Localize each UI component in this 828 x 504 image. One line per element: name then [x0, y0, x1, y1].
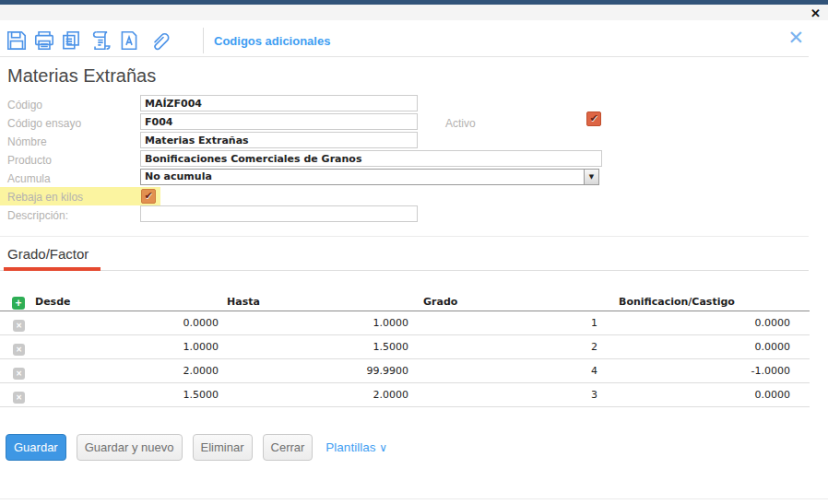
cell-hasta[interactable]: 1.5000	[223, 341, 420, 353]
cell-hasta[interactable]: 2.0000	[223, 389, 420, 401]
section-separator	[0, 270, 809, 271]
descripcion-input[interactable]	[140, 205, 418, 222]
cell-grado[interactable]: 4	[420, 365, 615, 377]
add-row-button[interactable]: +	[12, 297, 25, 310]
acumula-label: Acumula	[7, 172, 51, 185]
audit-log-icon[interactable]	[89, 29, 112, 53]
nombre-input[interactable]	[140, 132, 418, 148]
footer-actions: Guardar Guardar y nuevo Eliminar Cerrar …	[6, 434, 387, 461]
active-tab-indicator	[4, 267, 101, 271]
cell-desde[interactable]: 1.5000	[35, 389, 223, 401]
cell-hasta[interactable]: 99.9900	[223, 365, 420, 377]
cell-desde[interactable]: 2.0000	[35, 365, 223, 377]
plantillas-link[interactable]: Plantillas ∨	[325, 440, 387, 454]
table-row: ✕ 1.5000 2.0000 3 0.0000	[0, 383, 810, 407]
descripcion-label: Descripción:	[7, 209, 68, 222]
activo-label: Activo	[445, 117, 476, 130]
codigo-ensayo-label: Código ensayo	[7, 117, 81, 130]
column-header-hasta: Hasta	[223, 296, 420, 308]
table-row: ✕ 1.0000 1.5000 2 0.0000	[0, 335, 810, 359]
panel-close-icon[interactable]: ✕	[787, 28, 804, 47]
toolbar-divider	[203, 28, 204, 53]
acumula-selected-value: No acumula	[145, 170, 212, 182]
cell-bonificacion-castigo[interactable]: 0.0000	[615, 317, 810, 329]
grade-table: + Desde Hasta Grado Bonificacion/Castigo…	[0, 293, 810, 407]
cell-desde[interactable]: 1.0000	[35, 341, 223, 353]
codigo-label: Código	[7, 99, 42, 111]
codigos-adicionales-link[interactable]: Codigos adicionales	[214, 34, 330, 48]
cell-grado[interactable]: 2	[420, 341, 615, 353]
bottom-separator	[0, 498, 828, 499]
save-icon[interactable]	[5, 29, 29, 53]
attachment-icon[interactable]	[148, 29, 172, 53]
cell-grado[interactable]: 3	[420, 389, 615, 401]
copy-icon[interactable]	[59, 29, 83, 53]
dropdown-arrow-icon[interactable]: ▼	[584, 170, 598, 184]
delete-row-icon[interactable]: ✕	[13, 320, 25, 332]
codigo-input[interactable]	[140, 95, 418, 111]
table-row: ✕ 2.0000 99.9900 4 -1.0000	[0, 359, 810, 383]
column-header-desde: Desde	[35, 296, 223, 308]
acumula-select[interactable]: No acumula ▼	[140, 169, 599, 185]
cell-grado[interactable]: 1	[420, 317, 615, 329]
cell-desde[interactable]: 0.0000	[35, 317, 223, 329]
delete-row-icon[interactable]: ✕	[13, 368, 25, 380]
cell-bonificacion-castigo[interactable]: 0.0000	[615, 341, 810, 353]
rebaja-en-kilos-label: Rebaja en kilos	[7, 191, 83, 204]
page-title: Materias Extrañas	[7, 65, 156, 87]
dialog-window: ✕ Codigos adicionales ✕	[0, 0, 828, 504]
producto-input[interactable]	[140, 150, 602, 167]
window-close-icon[interactable]: ✕	[810, 6, 821, 20]
toolbar-separator	[0, 56, 809, 57]
table-row: ✕ 0.0000 1.0000 1 0.0000	[0, 311, 810, 335]
cell-hasta[interactable]: 1.0000	[223, 317, 420, 329]
codigo-ensayo-input[interactable]	[140, 113, 418, 130]
delete-row-icon[interactable]: ✕	[13, 392, 25, 404]
print-icon[interactable]	[32, 29, 56, 53]
cell-bonificacion-castigo[interactable]: 0.0000	[615, 389, 810, 401]
form-separator	[0, 236, 809, 237]
guardar-y-nuevo-button[interactable]: Guardar y nuevo	[77, 434, 183, 461]
table-header-row: + Desde Hasta Grado Bonificacion/Castigo	[0, 293, 810, 311]
column-header-bonificacion-castigo: Bonificacion/Castigo	[615, 296, 810, 308]
column-header-grado: Grado	[420, 296, 615, 308]
guardar-button[interactable]: Guardar	[6, 434, 66, 461]
document-a-icon[interactable]	[117, 29, 141, 53]
rebaja-en-kilos-checkbox[interactable]: ✔	[141, 189, 156, 204]
eliminar-button[interactable]: Eliminar	[193, 434, 253, 461]
plantillas-label: Plantillas	[325, 440, 375, 454]
cerrar-button[interactable]: Cerrar	[263, 434, 313, 461]
delete-row-icon[interactable]: ✕	[13, 344, 25, 356]
chevron-down-icon: ∨	[379, 441, 387, 454]
tab-grado-factor[interactable]: Grado/Factor	[7, 246, 89, 262]
nombre-label: Nómbre	[7, 135, 47, 148]
activo-checkbox[interactable]: ✔	[586, 111, 601, 126]
window-strip: ✕	[0, 5, 828, 20]
producto-label: Producto	[7, 154, 52, 167]
cell-bonificacion-castigo[interactable]: -1.0000	[615, 365, 810, 377]
